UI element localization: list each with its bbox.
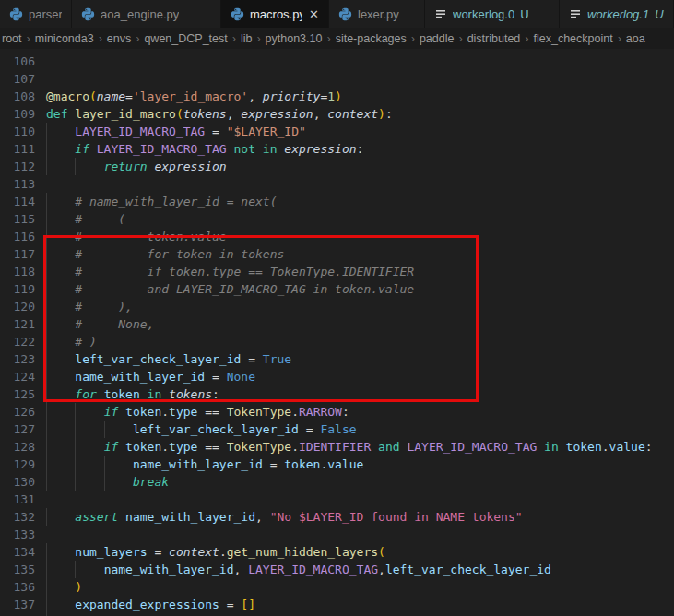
code-line-124[interactable]: 124 name_with_layer_id = None: [0, 368, 674, 385]
code-line-135[interactable]: 135 name_with_layer_id, LAYER_ID_MACRO_T…: [0, 561, 674, 578]
token: :: [212, 387, 219, 401]
token: # None,: [75, 317, 154, 331]
token: .: [219, 545, 227, 559]
code-line-131[interactable]: 131: [0, 491, 674, 508]
token: return: [104, 160, 155, 173]
line-number: 107: [0, 70, 35, 88]
token: IDENTIFIER: [299, 440, 371, 454]
code-editor[interactable]: 106107108@macro(name='layer_id_macro', p…: [0, 49, 674, 616]
code-line-109[interactable]: 109def layer_id_macro(tokens, expression…: [0, 105, 674, 123]
code-line-132[interactable]: 132 assert name_with_layer_id, "No $LAYE…: [0, 508, 674, 526]
code-line-117[interactable]: 117 # for token in tokens: [0, 245, 674, 263]
token: tokens: [183, 107, 227, 121]
code-line-128[interactable]: 128 if token.type == TokenType.IDENTIFIE…: [0, 438, 674, 456]
code-line-115[interactable]: 115 # (: [0, 210, 674, 228]
tab-lexer-py[interactable]: lexer.py: [329, 0, 425, 28]
token: # if token.type == TokenType.IDENTIFIER: [75, 265, 414, 278]
code-line-106[interactable]: 106: [0, 53, 674, 70]
code-line-134[interactable]: 134 num_layers = context.get_num_hidden_…: [0, 543, 674, 561]
line-number: 127: [0, 421, 35, 438]
token: expression: [284, 142, 356, 156]
breadcrumb-item-qwen_DCP_test[interactable]: qwen_DCP_test: [144, 32, 227, 45]
tab-workerlog-1[interactable]: workerlog.1U: [560, 0, 674, 28]
token: assert: [75, 510, 125, 524]
breadcrumb-item-root[interactable]: root: [2, 32, 22, 45]
token: left_var_check_layer_id: [133, 422, 299, 436]
token: if: [75, 142, 96, 156]
code-line-107[interactable]: 107: [0, 70, 674, 88]
line-number: 108: [0, 88, 35, 105]
code-content: # ),: [46, 298, 674, 315]
line-number: 126: [0, 403, 35, 421]
token: # and LAYER_ID_MACRO_TAG in token.value: [75, 282, 414, 296]
code-line-120[interactable]: 120 # ),: [0, 298, 674, 315]
code-line-118[interactable]: 118 # if token.type == TokenType.IDENTIF…: [0, 263, 674, 280]
line-number: 128: [0, 438, 35, 456]
code-line-121[interactable]: 121 # None,: [0, 315, 674, 333]
breadcrumb-item-paddle[interactable]: paddle: [420, 32, 455, 45]
code-line-119[interactable]: 119 # and LAYER_ID_MACRO_TAG in token.va…: [0, 280, 674, 298]
token: # for token in tokens: [75, 247, 284, 261]
python-file-icon: [9, 7, 23, 21]
breadcrumb-item-aoa[interactable]: aoa: [626, 32, 645, 45]
token: # ),: [75, 300, 133, 314]
tab-workerlog-0[interactable]: workerlog.0U: [425, 0, 560, 28]
breadcrumb-item-envs[interactable]: envs: [107, 32, 131, 45]
breadcrumb-item-site-packages[interactable]: site-packages: [336, 32, 407, 45]
token: ==: [197, 440, 226, 454]
tab-aoa_engine-py[interactable]: aoa_engine.py: [72, 0, 221, 28]
line-number: 112: [0, 158, 35, 175]
code-content: # ): [46, 333, 674, 350]
code-content: [46, 53, 674, 70]
code-line-130[interactable]: 130 break: [0, 473, 674, 491]
code-line-133[interactable]: 133: [0, 526, 674, 543]
line-number: 132: [0, 508, 35, 526]
chevron-right-icon: ›: [99, 32, 102, 45]
code-content: [46, 491, 674, 508]
code-line-110[interactable]: 110 LAYER_ID_MACRO_TAG = "$LAYER_ID": [0, 123, 674, 140]
line-number: 110: [0, 123, 35, 140]
token: priority: [263, 89, 321, 103]
code-line-113[interactable]: 113: [0, 175, 674, 193]
line-number: 109: [0, 105, 35, 123]
token: ,: [378, 563, 385, 576]
code-line-129[interactable]: 129 name_with_layer_id = token.value: [0, 456, 674, 473]
git-status-badge: U: [520, 7, 528, 21]
code-line-112[interactable]: 112 return expression: [0, 158, 674, 175]
line-number: 117: [0, 245, 35, 263]
code-line-137[interactable]: 137 expanded_expressions = []: [0, 596, 674, 613]
code-line-111[interactable]: 111 if LAYER_ID_MACRO_TAG not in express…: [0, 140, 674, 158]
token: if: [104, 405, 125, 419]
line-number: 111: [0, 140, 35, 158]
token: .: [161, 440, 169, 454]
code-content: name_with_layer_id, LAYER_ID_MACRO_TAG,l…: [46, 561, 674, 578]
token: =: [148, 545, 169, 559]
code-line-125[interactable]: 125 for token in tokens:: [0, 385, 674, 403]
token: value: [327, 457, 363, 471]
code-line-136[interactable]: 136 ): [0, 578, 674, 596]
line-number: 116: [0, 228, 35, 245]
token: False: [320, 422, 356, 436]
code-content: for token in tokens:: [46, 385, 674, 403]
code-line-114[interactable]: 114 # name_with_layer_id = next(: [0, 193, 674, 210]
token: name_with_layer_id: [125, 510, 255, 524]
breadcrumb-item-lib[interactable]: lib: [241, 32, 253, 45]
code-line-127[interactable]: 127 left_var_check_layer_id = False: [0, 421, 674, 438]
close-icon[interactable]: ✕: [309, 8, 319, 20]
token: []: [241, 598, 255, 611]
code-content: @macro(name='layer_id_macro', priority=1…: [46, 88, 674, 105]
tab-macros-py[interactable]: macros.py✕: [221, 0, 329, 28]
breadcrumb-item-python3.10[interactable]: python3.10: [266, 32, 323, 45]
breadcrumb-item-miniconda3[interactable]: miniconda3: [35, 32, 94, 45]
breadcrumb-item-distributed[interactable]: distributed: [467, 32, 521, 45]
code-content: if LAYER_ID_MACRO_TAG not in expression:: [46, 140, 674, 158]
breadcrumb-item-flex_checkpoint[interactable]: flex_checkpoint: [534, 32, 613, 45]
line-number: 119: [0, 280, 35, 298]
code-line-116[interactable]: 116 # token.value: [0, 228, 674, 245]
code-line-122[interactable]: 122 # ): [0, 333, 674, 350]
code-line-126[interactable]: 126 if token.type == TokenType.RARROW:: [0, 403, 674, 421]
code-line-123[interactable]: 123 left_var_check_layer_id = True: [0, 350, 674, 368]
tab-parser-py[interactable]: parser.py: [0, 0, 72, 28]
token: left_var_check_layer_id: [385, 563, 551, 576]
code-line-108[interactable]: 108@macro(name='layer_id_macro', priorit…: [0, 88, 674, 105]
